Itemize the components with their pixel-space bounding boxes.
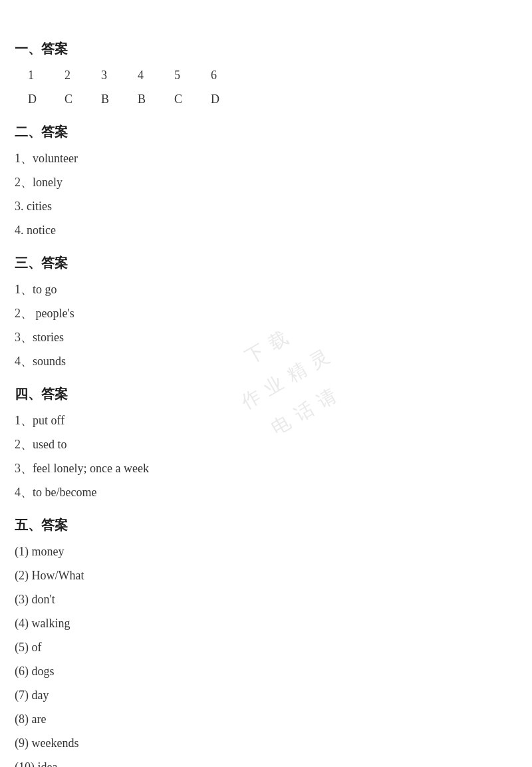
list-item: (7) day: [15, 683, 517, 707]
section-5: 五、答案 (1) money(2) How/What(3) don't(4) w…: [15, 516, 517, 767]
answer-number-1: 1: [28, 63, 34, 87]
list-item: 3、stories: [15, 325, 517, 349]
list-item: 4、to be/become: [15, 480, 517, 504]
list-item: 1、put off: [15, 408, 517, 432]
section-4-list: 1、put off2、used to3、feel lonely; once a …: [15, 408, 517, 504]
answer-col-5: 5C: [174, 63, 211, 111]
list-item: (4) walking: [15, 611, 517, 635]
answer-value-4: B: [138, 87, 146, 111]
answer-col-3: 3B: [101, 63, 138, 111]
answer-value-6: D: [211, 87, 219, 111]
list-item: 1、volunteer: [15, 146, 517, 170]
answer-col-1: 1D: [28, 63, 65, 111]
section-1-grid: 1D2C3B4B5C6D: [28, 63, 517, 111]
section-1-title: 一、答案: [15, 40, 517, 58]
list-item: (1) money: [15, 539, 517, 563]
list-item: 3. cities: [15, 194, 517, 218]
answer-number-3: 3: [101, 63, 107, 87]
list-item: 4、sounds: [15, 349, 517, 373]
list-item: (8) are: [15, 707, 517, 731]
section-4: 四、答案 1、put off2、used to3、feel lonely; on…: [15, 385, 517, 504]
section-3: 三、答案 1、to go2、 people's3、stories4、sounds: [15, 254, 517, 373]
answer-value-5: C: [174, 87, 182, 111]
list-item: (9) weekends: [15, 731, 517, 755]
section-2: 二、答案 1、volunteer2、lonely3. cities4. noti…: [15, 123, 517, 242]
list-item: 3、feel lonely; once a week: [15, 456, 517, 480]
section-2-list: 1、volunteer2、lonely3. cities4. notice: [15, 146, 517, 242]
list-item: (3) don't: [15, 587, 517, 611]
section-1: 一、答案 1D2C3B4B5C6D: [15, 40, 517, 111]
list-item: (6) dogs: [15, 659, 517, 683]
list-item: (10) idea: [15, 755, 517, 767]
answer-number-6: 6: [211, 63, 217, 87]
list-item: 1、to go: [15, 277, 517, 301]
answer-number-2: 2: [65, 63, 70, 87]
section-4-title: 四、答案: [15, 385, 517, 403]
list-item: 2、lonely: [15, 170, 517, 194]
section-2-title: 二、答案: [15, 123, 517, 141]
list-item: 4. notice: [15, 218, 517, 242]
answer-col-6: 6D: [211, 63, 247, 111]
list-item: 2、used to: [15, 432, 517, 456]
answer-value-2: C: [65, 87, 72, 111]
section-3-list: 1、to go2、 people's3、stories4、sounds: [15, 277, 517, 373]
section-5-list: (1) money(2) How/What(3) don't(4) walkin…: [15, 539, 517, 767]
answer-col-2: 2C: [65, 63, 101, 111]
list-item: 2、 people's: [15, 301, 517, 325]
answer-number-4: 4: [138, 63, 144, 87]
answer-col-4: 4B: [138, 63, 174, 111]
list-item: (2) How/What: [15, 563, 517, 587]
answer-number-5: 5: [174, 63, 180, 87]
answer-value-3: B: [101, 87, 109, 111]
list-item: (5) of: [15, 635, 517, 659]
answer-value-1: D: [28, 87, 37, 111]
section-5-title: 五、答案: [15, 516, 517, 534]
section-3-title: 三、答案: [15, 254, 517, 272]
